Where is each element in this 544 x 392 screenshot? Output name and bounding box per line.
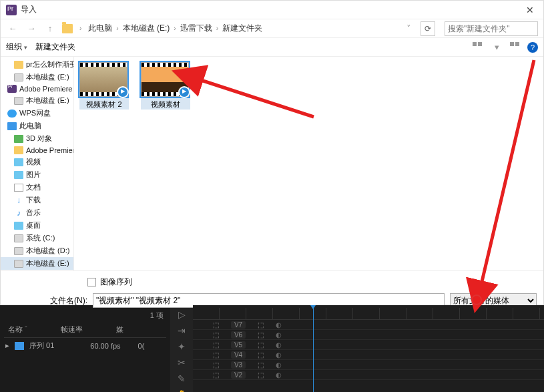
sidebar-item[interactable]: 本地磁盘 (E:) [1,94,73,107]
sidebar-item[interactable]: 3D 对象 [1,132,73,145]
video-track[interactable]: ⬚V7⬚◐ [193,320,544,330]
track-lock-icon[interactable]: ⬚ [258,351,264,359]
sidebar-item[interactable]: Adobe Premiere [1,145,73,156]
track-toggle-icon[interactable]: ⬚ [213,351,219,359]
refresh-icon[interactable]: ⟳ [421,21,435,36]
nav-forward-icon[interactable]: → [25,22,38,35]
video-track[interactable]: ⬚V3⬚◐ [193,360,544,370]
track-toggle-icon[interactable]: ⬚ [213,321,219,329]
sidebar-item-label: pr怎么制作渐变 [26,59,74,69]
chevron-right-icon: › [116,25,118,32]
image-sequence-checkbox[interactable] [87,278,96,286]
nav-up-icon[interactable]: ↑ [43,22,57,35]
track-visibility-icon[interactable]: ◐ [276,341,282,349]
track-lock-icon[interactable]: ⬚ [258,331,264,339]
doc2-icon [14,158,23,166]
sidebar-item[interactable]: 本地磁盘 (E:) [1,71,73,83]
track-toggle-icon[interactable]: ⬚ [213,331,219,339]
file-item[interactable]: 视频素材 2 [79,62,129,110]
sidebar-item[interactable]: 文档 [1,181,73,194]
track-visibility-icon[interactable]: ◐ [276,331,282,339]
project-item[interactable]: ▸ 序列 01 60.00 fps 0( [4,338,166,353]
sidebar-item[interactable]: ↓下载 [1,194,73,206]
sidebar-item-label: 系统 (C:) [26,233,55,243]
timeline-panel[interactable]: ⬚V7⬚◐⬚V6⬚◐⬚V5⬚◐⬚V4⬚◐⬚V3⬚◐⬚V2⬚◐ [193,305,544,392]
track-visibility-icon[interactable]: ◐ [276,351,282,359]
track-lock-icon[interactable]: ⬚ [258,341,264,349]
hand-tool-icon[interactable]: ✋ [176,389,188,392]
sidebar-item-label: 桌面 [26,220,41,230]
media-badge-icon [178,86,190,98]
track-visibility-icon[interactable]: ◐ [276,361,282,369]
help-icon[interactable]: ? [527,42,538,53]
premiere-icon [6,5,17,15]
track-toggle-icon[interactable]: ⬚ [213,361,219,369]
sidebar-item[interactable]: 系统 (C:) [1,232,73,244]
file-item[interactable]: 视频素材 [141,62,190,110]
sidebar-item[interactable]: Adobe Premiere [1,83,73,94]
drive-icon [14,97,23,105]
import-dialog: 导入 ✕ ← → ↑ › 此电脑› 本地磁盘 (E:)› 迅雷下载› 新建文件夹… [0,0,544,305]
pc-icon [7,122,17,130]
video-track[interactable]: ⬚V6⬚◐ [193,330,544,340]
pen-tool-icon[interactable]: ✎ [178,373,186,384]
sidebar-item-label: 下载 [26,195,41,205]
breadcrumb-part[interactable]: 新建文件夹 [222,23,262,34]
drive-icon [14,234,23,242]
expand-icon[interactable]: ▸ [5,341,9,350]
chevron-right-icon: › [216,25,218,32]
razor-tool-icon[interactable]: ✂ [178,357,186,368]
dialog-title: 导入 [21,4,37,15]
sidebar-item[interactable]: WPS网盘 [1,107,73,120]
track-toggle-icon[interactable]: ⬚ [213,371,219,379]
sidebar-item[interactable]: 桌面 [1,219,73,232]
nav-back-icon[interactable]: ← [6,22,19,35]
video-track[interactable]: ⬚V5⬚◐ [193,340,544,350]
breadcrumb-dropdown-icon[interactable]: ˅ [402,22,415,35]
sidebar-item[interactable]: ♪音乐 [1,206,73,219]
track-lock-icon[interactable]: ⬚ [258,321,264,329]
breadcrumb-part[interactable]: 此电脑 [88,23,112,34]
sidebar-item-label: 3D 对象 [26,134,52,144]
sidebar-item[interactable]: pr怎么制作渐变 [1,58,73,71]
folder-icon [14,146,23,154]
image-sequence-label: 图像序列 [100,276,132,288]
3d-icon [14,135,23,143]
preview-pane-icon[interactable] [510,42,521,53]
organize-dropdown[interactable]: 组织 [6,41,27,53]
sidebar-item-label: Adobe Premiere [26,146,74,154]
breadcrumb[interactable]: 此电脑› 本地磁盘 (E:)› 迅雷下载› 新建文件夹 [88,23,396,34]
track-lock-icon[interactable]: ⬚ [258,371,264,379]
playhead[interactable] [313,308,314,392]
sidebar-item[interactable]: 本地磁盘 (E:) [1,257,73,270]
sidebar-item[interactable]: 视频 [1,156,73,168]
sidebar-item-label: 本地磁盘 (E:) [26,72,69,82]
sidebar-item[interactable]: 本地磁盘 (D:) [1,244,73,257]
track-visibility-icon[interactable]: ◐ [276,321,282,329]
sequence-name: 序列 01 [29,341,54,351]
track-lock-icon[interactable]: ⬚ [258,361,264,369]
video-track[interactable]: ⬚V4⬚◐ [193,350,544,360]
search-input[interactable] [445,21,538,36]
breadcrumb-part[interactable]: 本地磁盘 (E:) [123,23,170,34]
sidebar-item-label: WPS网盘 [19,108,51,118]
cursor-indicator-icon [471,295,482,305]
sidebar-item-label: 音乐 [26,208,41,218]
video-track[interactable]: ⬚V2⬚◐ [193,370,544,380]
close-icon[interactable]: ✕ [522,5,538,15]
view-mode-icon[interactable] [473,42,483,53]
filename-label: 文件名(N): [7,295,87,307]
track-toggle-icon[interactable]: ⬚ [213,341,219,349]
breadcrumb-part[interactable]: 迅雷下载 [180,23,212,34]
drive-icon [14,73,23,81]
track-visibility-icon[interactable]: ◐ [276,371,282,379]
titlebar: 导入 ✕ [1,1,543,19]
ripple-tool-icon[interactable]: ✦ [178,341,186,352]
sidebar-item[interactable]: 图片 [1,168,73,181]
sidebar-item-label: Adobe Premiere [19,85,73,93]
sequence-fps: 60.00 fps [90,342,120,350]
new-folder-button[interactable]: 新建文件夹 [35,41,75,53]
sidebar-item[interactable]: 此电脑 [1,120,73,132]
view-dropdown-icon[interactable]: ▾ [490,41,503,54]
time-ruler[interactable] [193,308,544,320]
